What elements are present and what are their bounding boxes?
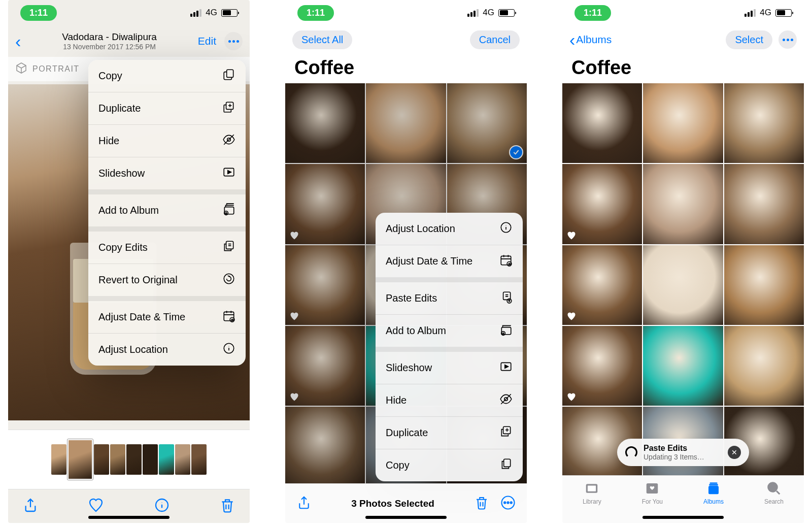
network-label: 4G bbox=[206, 8, 217, 18]
photo-thumbnail[interactable] bbox=[643, 83, 723, 163]
paste-edits-toast: Paste Edits Updating 3 Items… ✕ bbox=[617, 439, 749, 466]
menu-add-to-album[interactable]: Add to Album bbox=[376, 315, 523, 347]
photo-thumbnail[interactable] bbox=[643, 326, 723, 406]
back-button[interactable]: ‹Albums bbox=[569, 34, 612, 46]
svg-point-27 bbox=[507, 502, 509, 503]
menu-adjust-location[interactable]: Adjust Location bbox=[88, 334, 246, 366]
more-button[interactable] bbox=[224, 32, 243, 50]
svg-rect-32 bbox=[708, 486, 719, 494]
favorite-heart-icon bbox=[289, 231, 299, 241]
menu-hide[interactable]: Hide bbox=[88, 125, 246, 157]
menu-hide[interactable]: Hide bbox=[376, 384, 523, 416]
menu-paste-edits[interactable]: Paste Edits bbox=[376, 282, 523, 314]
hide-icon bbox=[499, 392, 513, 408]
back-button[interactable]: ‹ bbox=[15, 32, 21, 50]
menu-copy-edits[interactable]: Copy Edits bbox=[88, 232, 246, 264]
photo-thumbnail[interactable] bbox=[366, 83, 446, 163]
photo-thumbnail[interactable] bbox=[285, 164, 365, 244]
context-menu: Copy Duplicate Hide Slideshow Add to Alb… bbox=[88, 60, 246, 366]
photo-thumbnail[interactable] bbox=[724, 245, 804, 325]
filmstrip-thumb[interactable] bbox=[159, 444, 174, 475]
photo-thumbnail[interactable] bbox=[285, 245, 365, 325]
svg-rect-0 bbox=[227, 70, 233, 77]
filmstrip-thumb[interactable] bbox=[175, 444, 190, 475]
favorite-button[interactable] bbox=[88, 497, 104, 515]
delete-button[interactable] bbox=[219, 497, 235, 515]
status-time: 1:11 bbox=[20, 5, 57, 21]
home-indicator[interactable] bbox=[88, 516, 170, 519]
menu-duplicate[interactable]: Duplicate bbox=[88, 92, 246, 124]
status-time: 1:11 bbox=[297, 5, 334, 21]
network-label: 4G bbox=[760, 8, 771, 18]
info-button[interactable] bbox=[154, 497, 170, 515]
menu-copy[interactable]: Copy bbox=[376, 449, 523, 481]
filmstrip-thumb[interactable] bbox=[94, 444, 109, 475]
photo-thumbnail[interactable] bbox=[285, 326, 365, 406]
share-button[interactable] bbox=[296, 495, 312, 512]
more-button[interactable] bbox=[779, 30, 797, 49]
tab-albums[interactable]: Albums bbox=[703, 481, 724, 505]
location-info-icon bbox=[222, 342, 235, 357]
photo-thumbnail[interactable] bbox=[285, 407, 365, 483]
tab-foryou[interactable]: For You bbox=[642, 481, 663, 505]
menu-slideshow[interactable]: Slideshow bbox=[376, 352, 523, 384]
filmstrip-thumb[interactable] bbox=[67, 439, 93, 480]
filmstrip-thumb[interactable] bbox=[143, 444, 158, 475]
thumbnail-strip[interactable] bbox=[8, 430, 250, 489]
menu-revert[interactable]: Revert to Original bbox=[88, 264, 246, 296]
status-bar: 1:11 4G bbox=[285, 0, 527, 25]
menu-copy[interactable]: Copy bbox=[88, 60, 246, 92]
status-time: 1:11 bbox=[574, 5, 611, 21]
menu-slideshow[interactable]: Slideshow bbox=[88, 157, 246, 189]
photo-thumbnail[interactable] bbox=[724, 83, 804, 163]
photo-thumbnail[interactable] bbox=[562, 83, 642, 163]
calendar-icon bbox=[222, 309, 235, 325]
photo-thumbnail[interactable] bbox=[643, 164, 723, 244]
tab-search[interactable]: Search bbox=[764, 481, 784, 505]
photo-thumbnail[interactable] bbox=[562, 326, 642, 406]
home-indicator[interactable] bbox=[365, 516, 447, 519]
menu-add-to-album[interactable]: Add to Album bbox=[88, 194, 246, 226]
menu-adjust-datetime[interactable]: Adjust Date & Time bbox=[88, 301, 246, 333]
share-button[interactable] bbox=[22, 497, 39, 515]
signal-icon bbox=[467, 9, 479, 17]
filmstrip-thumb[interactable] bbox=[191, 444, 207, 475]
delete-button[interactable] bbox=[474, 495, 489, 512]
add-to-album-icon bbox=[499, 323, 513, 339]
status-bar: 1:11 4G bbox=[8, 0, 250, 25]
filmstrip-thumb[interactable] bbox=[110, 444, 125, 475]
favorite-heart-icon bbox=[566, 311, 577, 321]
calendar-icon bbox=[499, 253, 513, 269]
filmstrip-thumb[interactable] bbox=[51, 444, 66, 475]
menu-duplicate[interactable]: Duplicate bbox=[376, 417, 523, 449]
filmstrip-thumb[interactable] bbox=[126, 444, 142, 475]
home-indicator[interactable] bbox=[642, 516, 724, 519]
screen-photo-detail: 1:11 4G ‹ Vadodara - Diwalipura 13 Novem… bbox=[8, 0, 250, 523]
svg-point-28 bbox=[511, 502, 512, 503]
more-button[interactable] bbox=[500, 495, 516, 512]
nav-bar: ‹Albums Select bbox=[562, 25, 804, 54]
edit-button[interactable]: Edit bbox=[198, 35, 216, 47]
menu-adjust-datetime[interactable]: Adjust Date & Time bbox=[376, 245, 523, 277]
paste-edits-icon bbox=[499, 290, 513, 306]
location-info-icon bbox=[499, 221, 513, 237]
select-all-button[interactable]: Select All bbox=[292, 30, 352, 49]
photo-thumbnail[interactable] bbox=[643, 245, 723, 325]
photo-thumbnail[interactable] bbox=[447, 83, 527, 163]
nav-bar: Select All Cancel bbox=[285, 25, 527, 54]
toast-close-button[interactable]: ✕ bbox=[728, 446, 741, 459]
tab-library[interactable]: Library bbox=[583, 481, 601, 505]
photo-thumbnail[interactable] bbox=[724, 326, 804, 406]
favorite-heart-icon bbox=[566, 231, 577, 241]
photo-thumbnail[interactable] bbox=[562, 164, 642, 244]
cancel-button[interactable]: Cancel bbox=[470, 30, 520, 49]
battery-icon bbox=[498, 9, 515, 17]
svg-rect-33 bbox=[709, 484, 718, 485]
photo-thumbnail[interactable] bbox=[562, 245, 642, 325]
select-button[interactable]: Select bbox=[726, 30, 772, 49]
photo-thumbnail[interactable] bbox=[724, 164, 804, 244]
menu-adjust-location[interactable]: Adjust Location bbox=[376, 213, 523, 245]
svg-point-26 bbox=[504, 502, 505, 503]
svg-rect-34 bbox=[709, 482, 717, 484]
photo-thumbnail[interactable] bbox=[285, 83, 365, 163]
